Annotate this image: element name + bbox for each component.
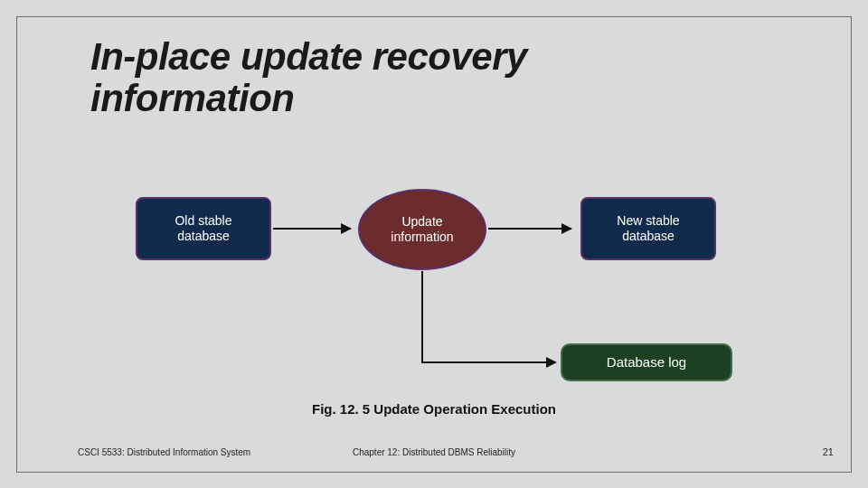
node-label: Updateinformation [391,214,453,246]
node-new-stable-database: New stabledatabase [580,197,716,260]
slide-title: In-place update recovery information [90,36,723,119]
figure-caption: Fig. 12. 5 Update Operation Execution [0,401,868,417]
arrow-old-to-update [273,228,351,230]
node-label: Database log [607,354,686,371]
arrow-update-to-log [421,271,555,363]
node-old-stable-database: Old stabledatabase [136,197,271,260]
node-update-information: Updateinformation [358,189,486,270]
node-label: Old stabledatabase [175,213,231,245]
footer-page-number: 21 [823,446,834,457]
arrow-update-to-new [488,228,571,230]
node-label: New stabledatabase [617,213,679,245]
footer-chapter: Chapter 12: Distributed DBMS Reliability [0,447,868,457]
node-database-log: Database log [561,343,732,381]
